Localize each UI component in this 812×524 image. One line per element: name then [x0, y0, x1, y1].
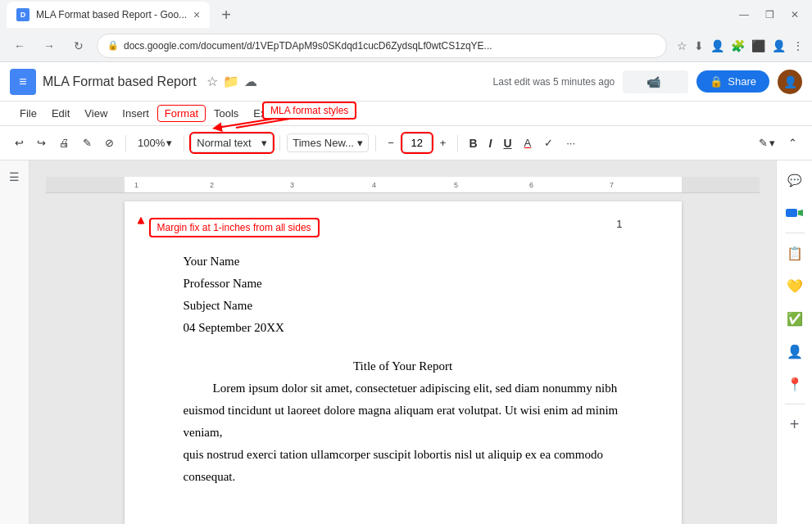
ruler: 1 2 3 4 5 6 7 [46, 177, 760, 193]
margin-annotation: Margin fix at 1-inches from all sides [149, 218, 320, 237]
tasks-button[interactable]: ✅ [782, 305, 808, 332]
address-bar: ← → ↻ 🔒 docs.google.com/document/d/1VEpT… [0, 29, 812, 62]
browser-tab[interactable]: D MLA Format based Report - Goo... × [7, 2, 210, 28]
doc-report-title: Title of Your Report [184, 355, 623, 377]
menu-insert[interactable]: Insert [116, 106, 156, 121]
highlight-button[interactable]: ✓ [539, 133, 558, 152]
minus-icon: − [388, 137, 394, 149]
window-controls: — ❒ ✕ [733, 7, 805, 22]
redo-button[interactable]: ↪ [32, 133, 51, 152]
extension2-icon[interactable]: ⬛ [751, 39, 765, 52]
style-selector[interactable]: Normal text ▾ [191, 133, 273, 152]
document-area[interactable]: 1 2 3 4 5 6 7 1 Margin fix at 1-inches f… [29, 160, 776, 524]
left-sidebar: ☰ [0, 160, 29, 524]
meet-button[interactable] [782, 200, 808, 226]
star-icon[interactable]: ☆ [206, 74, 218, 89]
doc-line-professor: Professor Name [184, 273, 623, 295]
doc-paragraph-2: euismod tincidunt ut laoreet dolore magn… [184, 400, 623, 444]
format-clear-button[interactable]: ⊘ [100, 133, 119, 152]
text-color-button[interactable]: A [519, 133, 537, 152]
toolbar-separator-1 [125, 135, 126, 151]
menu-file[interactable]: File [13, 106, 43, 121]
meet-icon-tri [798, 210, 803, 216]
tab-favicon: D [16, 8, 29, 21]
refresh-button[interactable]: ↻ [67, 34, 90, 57]
app-bar-right: Last edit was 5 minutes ago 📹 🔒 Share 👤 [493, 70, 802, 94]
toolbar-right: ✎ ▾ ⌃ [754, 133, 802, 152]
meet-icon: 📹 [646, 75, 660, 88]
meet-button[interactable]: 📹 [623, 70, 688, 93]
bold-button[interactable]: B [465, 133, 481, 153]
italic-button[interactable]: I [485, 133, 497, 153]
caret-up-icon: ⌃ [788, 137, 797, 149]
menu-dots-icon[interactable]: ⋮ [792, 39, 804, 52]
menu-view[interactable]: View [78, 106, 114, 121]
avatar-icon: 👤 [783, 75, 797, 88]
app-bar: ≡ MLA Format based Report ☆ 📁 ☁ Last edi… [0, 62, 812, 102]
right-separator-1 [785, 233, 805, 233]
forward-button[interactable]: → [38, 34, 61, 57]
highlight-icon: ✓ [544, 137, 553, 149]
paint-icon: ✎ [83, 137, 92, 149]
share-button[interactable]: 🔒 Share [696, 70, 769, 93]
menu-format[interactable]: Format [157, 105, 206, 122]
url-bar[interactable]: 🔒 docs.google.com/document/d/1VEpTDApM9s… [97, 34, 667, 58]
restore-button[interactable]: ❒ [759, 7, 781, 22]
folder-icon[interactable]: 📁 [223, 74, 239, 89]
print-button[interactable]: 🖨 [54, 133, 75, 152]
profile-avatar[interactable]: 👤 [772, 39, 786, 52]
notes-button[interactable]: 📋 [782, 240, 808, 266]
bookmark-icon[interactable]: ☆ [677, 39, 687, 52]
meet-icon-inner [786, 209, 797, 217]
keep-button[interactable]: 💛 [782, 273, 808, 299]
tab-close-button[interactable]: × [193, 8, 200, 21]
font-size-input[interactable]: 12 [402, 133, 432, 152]
account-icon[interactable]: 👤 [710, 39, 724, 52]
toolbar-separator-3 [279, 135, 280, 151]
document-title[interactable]: MLA Format based Report [43, 75, 197, 89]
docs-logo: ≡ [10, 69, 36, 95]
clear-format-icon: ⊘ [105, 137, 114, 149]
minimize-button[interactable]: — [733, 7, 755, 22]
doc-action-icons: ☆ 📁 ☁ [206, 74, 257, 89]
more-icon: ··· [566, 137, 575, 149]
menu-edit[interactable]: Edit [45, 106, 76, 121]
address-icons: ☆ ⬇ 👤 🧩 ⬛ 👤 ⋮ [677, 39, 804, 52]
zoom-value: 100% [138, 137, 165, 149]
underline-button[interactable]: U [499, 133, 515, 153]
right-sidebar: 💬 📋 💛 ✅ 👤 📍 + [776, 160, 812, 524]
menu-tools[interactable]: Tools [207, 106, 245, 121]
plus-icon: + [440, 137, 447, 149]
share-label: Share [728, 75, 756, 88]
style-arrow-icon: ▾ [261, 137, 267, 149]
right-separator-2 [785, 404, 805, 404]
tab-title: MLA Format based Report - Goo... [36, 9, 187, 20]
download-icon[interactable]: ⬇ [694, 39, 704, 52]
user-avatar[interactable]: 👤 [778, 70, 802, 94]
font-size-increase[interactable]: + [435, 133, 451, 152]
meet-icon [786, 209, 803, 217]
close-button[interactable]: ✕ [784, 7, 805, 22]
add-button[interactable]: + [782, 411, 808, 437]
undo-button[interactable]: ↩ [10, 133, 29, 152]
contacts-button[interactable]: 👤 [782, 338, 808, 364]
title-bar: D MLA Format based Report - Goo... × + —… [0, 0, 812, 29]
doc-line-subject: Subject Name [184, 295, 623, 317]
new-tab-button[interactable]: + [215, 6, 238, 25]
paint-format-button[interactable]: ✎ [78, 133, 97, 152]
font-size-decrease[interactable]: − [383, 133, 399, 152]
zoom-selector[interactable]: 100% ▾ [133, 133, 177, 152]
chat-button[interactable]: 💬 [782, 167, 808, 193]
print-icon: 🖨 [59, 137, 70, 149]
outline-icon[interactable]: ☰ [6, 167, 23, 187]
mla-tooltip: MLA format styles [262, 102, 356, 120]
back-button[interactable]: ← [8, 34, 31, 57]
extension-icon[interactable]: 🧩 [731, 39, 745, 52]
cloud-icon[interactable]: ☁ [244, 74, 257, 89]
font-selector[interactable]: Times New... ▾ [287, 133, 369, 152]
more-options-button[interactable]: ··· [561, 133, 580, 152]
edit-pen-button[interactable]: ✎ ▾ [754, 133, 780, 152]
caret-up-button[interactable]: ⌃ [783, 133, 802, 152]
toolbar-separator-5 [457, 135, 458, 151]
maps-button[interactable]: 📍 [782, 371, 808, 397]
